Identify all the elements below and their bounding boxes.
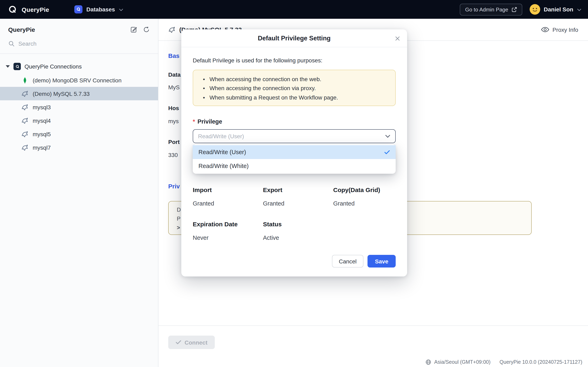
user-menu[interactable]: Daniel Son — [529, 4, 581, 15]
proxy-info-label: Proxy Info — [553, 26, 578, 33]
version-label: QueryPie 10.0.0 (20240725-171127) — [500, 359, 582, 365]
purpose-item: When accessing the connection on the web… — [199, 75, 389, 84]
field-status-value: Active — [263, 234, 333, 241]
cancel-button[interactable]: Cancel — [332, 255, 363, 267]
field-copy-label: Copy(Data Grid) — [333, 186, 396, 193]
caret-down-icon[interactable] — [6, 65, 10, 68]
option-read-write-user[interactable]: Read/Write (User) — [193, 145, 396, 159]
field-expiration-value: Never — [193, 234, 263, 241]
tree-item-mysql3[interactable]: mysql3 — [0, 100, 158, 114]
tree-item-label: mysql3 — [33, 104, 51, 110]
timezone-status: Asia/Seoul (GMT+09:00) — [426, 359, 491, 365]
option-label: Read/Write (White) — [199, 163, 249, 169]
sidebar-title: QueryPie — [8, 26, 35, 33]
field-label-database-type: Data — [168, 71, 181, 78]
privilege-detail-grid-row2: Expiration Date Never Status Active — [193, 221, 396, 241]
chevron-down-icon — [119, 6, 123, 13]
purpose-list: When accessing the connection on the web… — [199, 75, 389, 102]
field-value-port: 330 — [168, 152, 178, 158]
field-import: Import Granted — [193, 186, 263, 207]
tree-item-mysql5[interactable]: mysql5 — [0, 127, 158, 141]
modal-intro-text: Default Privilege is used for the follow… — [193, 57, 396, 64]
mysql-icon — [21, 90, 29, 97]
search-input[interactable] — [18, 40, 121, 47]
privilege-detail-grid-row1: Import Granted Export Granted Copy(Data … — [193, 186, 396, 207]
sidebar-search — [0, 38, 158, 54]
tree-item-mongodb-connection[interactable]: (demo) MongoDB SRV Connection — [0, 73, 158, 87]
modal-title: Default Privilege Setting — [258, 34, 331, 42]
brand-title: QueryPie — [22, 6, 49, 13]
refresh-icon[interactable] — [143, 26, 150, 33]
tree-item-mysql7[interactable]: mysql7 — [0, 141, 158, 154]
field-label-port: Port — [168, 139, 180, 145]
go-to-admin-page-label: Go to Admin Page — [465, 6, 508, 12]
privilege-dropdown: Read/Write (User) Read/Write (White) — [193, 144, 396, 174]
timezone-label: Asia/Seoul (GMT+09:00) — [434, 359, 491, 365]
mysql-icon — [168, 26, 176, 33]
purpose-warning-box: When accessing the connection on the web… — [193, 70, 396, 106]
avatar — [529, 4, 540, 15]
close-icon[interactable] — [393, 34, 401, 42]
tree-item-label: (Demo) MySQL 5.7.33 — [33, 90, 90, 97]
connect-button-label: Connect — [185, 339, 208, 346]
tree-item-label: (demo) MongoDB SRV Connection — [33, 77, 121, 83]
querypie-logo-icon — [7, 4, 17, 15]
status-footer: Asia/Seoul (GMT+09:00) QueryPie 10.0.0 (… — [426, 359, 582, 365]
tree-item-label: mysql7 — [33, 144, 51, 151]
field-status: Status Active — [263, 221, 333, 241]
field-copy-data-grid: Copy(Data Grid) Granted — [333, 186, 396, 207]
tree-item-label: mysql4 — [33, 117, 51, 124]
field-import-value: Granted — [193, 200, 263, 207]
mysql-icon — [21, 103, 29, 111]
proxy-info-button[interactable]: Proxy Info — [541, 26, 578, 33]
chevron-down-icon — [577, 6, 581, 13]
external-link-icon — [511, 7, 517, 12]
tree-root-querypie-connections[interactable]: QueryPie Connections — [0, 59, 158, 73]
connection-tree: QueryPie Connections (demo) MongoDB SRV … — [0, 54, 158, 154]
eye-icon — [541, 27, 549, 32]
connect-button[interactable]: Connect — [168, 336, 215, 349]
databases-app-icon — [75, 5, 83, 13]
nav-databases-label: Databases — [86, 6, 115, 13]
purpose-item: When submitting a Request on the Workflo… — [199, 93, 389, 102]
globe-icon — [426, 359, 432, 365]
nav-databases[interactable]: Databases — [75, 5, 123, 13]
basic-information-heading: Bas — [168, 52, 180, 59]
tree-root-label: QueryPie Connections — [25, 63, 82, 70]
sidebar-header: QueryPie — [0, 19, 158, 38]
field-value-host: mys — [168, 118, 179, 124]
mongodb-icon — [21, 76, 29, 84]
privilege-field-label: *Privilege — [193, 118, 396, 125]
field-expiration-label: Expiration Date — [193, 221, 263, 227]
field-export-label: Export — [263, 186, 333, 193]
tree-item-mysql-demo-selected[interactable]: (Demo) MySQL 5.7.33 — [0, 87, 158, 100]
option-read-write-white[interactable]: Read/Write (White) — [193, 159, 396, 173]
sidebar: QueryPie — [0, 19, 158, 367]
new-query-icon[interactable] — [130, 26, 137, 33]
sidebar-actions — [130, 26, 150, 33]
go-to-admin-page-button[interactable]: Go to Admin Page — [460, 3, 522, 15]
field-status-label: Status — [263, 221, 333, 227]
mysql-icon — [21, 144, 29, 151]
modal-footer: Cancel Save — [332, 255, 396, 267]
field-label-host: Hos — [168, 105, 179, 111]
privilege-select[interactable]: Read/Write (User) — [193, 129, 396, 143]
privilege-heading: Priv — [168, 183, 180, 190]
default-privilege-modal: Default Privilege Setting Default Privil… — [181, 29, 407, 276]
required-asterisk: * — [193, 118, 195, 125]
field-import-label: Import — [193, 186, 263, 193]
tree-item-label: mysql5 — [33, 131, 51, 137]
mysql-icon — [21, 117, 29, 124]
purpose-item: When accessing the connection via proxy. — [199, 84, 389, 93]
querypie-connections-icon — [13, 63, 21, 70]
save-button[interactable]: Save — [368, 255, 396, 267]
field-expiration-date: Expiration Date Never — [193, 221, 263, 241]
tree-item-mysql4[interactable]: mysql4 — [0, 114, 158, 127]
check-icon — [384, 150, 390, 154]
modal-body: Default Privilege is used for the follow… — [181, 47, 407, 276]
option-label: Read/Write (User) — [199, 149, 246, 155]
search-icon — [8, 40, 15, 47]
modal-header: Default Privilege Setting — [181, 29, 407, 47]
privilege-select-value: Read/Write (User) — [198, 133, 244, 140]
topbar: QueryPie Databases Go to Admin Page — [0, 0, 588, 19]
